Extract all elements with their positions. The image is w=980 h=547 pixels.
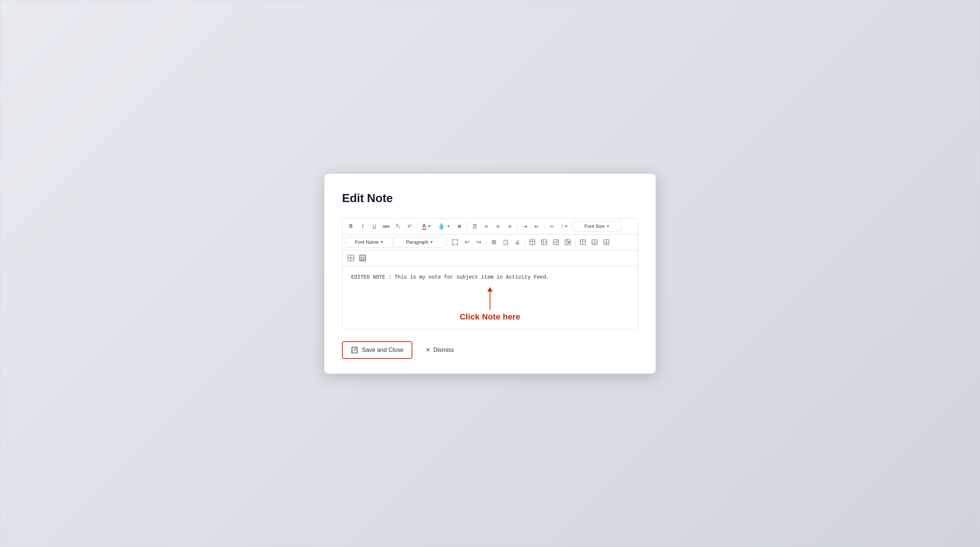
modal-footer: Save and Close ✕ Dismiss — [342, 341, 638, 359]
paragraph-select[interactable]: Paragraph ▼ — [394, 237, 445, 248]
modal-title: Edit Note — [342, 191, 638, 205]
font-name-chevron-icon: ▼ — [380, 240, 383, 244]
divider-6 — [447, 238, 448, 246]
row-delete-button[interactable] — [601, 237, 612, 248]
subscript-icon: X2 — [396, 223, 400, 229]
font-size-chevron-icon: ▼ — [606, 224, 610, 228]
undo-button[interactable]: ↩ — [461, 237, 473, 248]
save-label: Save and Close — [362, 347, 404, 353]
editor-body[interactable]: EDITED NOTE : This is my note for subjec… — [342, 266, 638, 329]
col-before-button[interactable] — [539, 237, 550, 248]
table-button[interactable]: ⊞ — [488, 237, 499, 248]
col-after-icon — [553, 239, 559, 245]
font-color-icon: A — [422, 223, 426, 230]
numbered-list-icon: ≔ — [549, 223, 554, 229]
indent-more-button[interactable]: ⇥ — [519, 221, 530, 232]
table-icon: ⊞ — [492, 239, 496, 245]
col-after-button[interactable] — [550, 237, 562, 248]
clear-format-button[interactable]: ✖ — [454, 221, 465, 232]
clear-format-icon: ✖ — [457, 223, 461, 229]
align-center-button[interactable]: ≡ — [481, 221, 492, 232]
font-name-label: Font Name — [355, 239, 379, 245]
annotation-arrow-line — [490, 291, 490, 310]
divider-7 — [486, 238, 486, 246]
edit-note-modal: Edit Note B I U abc — [325, 174, 655, 374]
divider-4 — [544, 222, 544, 231]
divider-3 — [517, 222, 518, 231]
bold-button[interactable]: B — [345, 221, 356, 232]
redo-button[interactable]: ↪ — [473, 237, 484, 248]
dismiss-label: Dismiss — [433, 347, 454, 353]
row-delete-icon — [603, 239, 609, 245]
dismiss-button[interactable]: ✕ Dismiss — [420, 342, 460, 358]
svg-rect-42 — [353, 347, 356, 349]
cell-props-icon — [348, 255, 354, 261]
table-insert-button[interactable] — [527, 237, 538, 248]
font-color-chevron-icon: ▼ — [427, 224, 431, 228]
rich-text-editor: B I U abc X2 X2 — [342, 218, 638, 329]
align-left-icon: ☰ — [473, 223, 477, 230]
font-color-button[interactable]: A ▼ — [419, 221, 434, 232]
indent-less-button[interactable]: ⇤ — [531, 221, 542, 232]
divider-5 — [571, 222, 571, 231]
font-size-select[interactable]: Font Size ▼ — [573, 221, 621, 232]
bullet-list-button[interactable]: ⋮≡ — [558, 221, 569, 232]
row-after-icon — [592, 239, 598, 245]
annotation-arrowhead — [487, 287, 493, 291]
align-right-button[interactable]: ≡ — [493, 221, 504, 232]
save-and-close-button[interactable]: Save and Close — [342, 341, 412, 359]
subscript-button[interactable]: X2 — [393, 221, 404, 232]
row-before-button[interactable] — [577, 237, 588, 248]
divider-8 — [525, 238, 525, 246]
col-delete-icon — [565, 239, 571, 245]
highlight-button[interactable]: 💧 ▼ — [435, 221, 453, 232]
font-name-select[interactable]: Font Name ▼ — [345, 237, 393, 248]
print-icon: 🖨 — [515, 239, 520, 245]
save-icon — [351, 347, 358, 354]
editor-content[interactable]: EDITED NOTE : This is my note for subjec… — [351, 274, 629, 281]
cell-props-button[interactable] — [345, 253, 356, 264]
col-delete-button[interactable] — [562, 237, 573, 248]
divider-2 — [467, 222, 467, 231]
align-justify-button[interactable]: ≡ — [504, 221, 515, 232]
paragraph-chevron-icon: ▼ — [430, 240, 433, 244]
strikethrough-button[interactable]: abc — [381, 221, 392, 232]
italic-button[interactable]: I — [357, 221, 368, 232]
align-right-icon: ≡ — [496, 223, 500, 229]
strikethrough-icon: abc — [382, 224, 390, 229]
print-button[interactable]: 🖨 — [512, 237, 523, 248]
undo-icon: ↩ — [465, 239, 469, 245]
toolbar-row-3 — [342, 250, 638, 266]
row-after-button[interactable] — [589, 237, 600, 248]
indent-more-icon: ⇥ — [523, 223, 527, 229]
toolbar-row-2: Font Name ▼ Paragraph ▼ ⛶ ↩ ↪ — [342, 234, 638, 250]
dismiss-x-icon: ✕ — [426, 347, 430, 353]
align-justify-icon: ≡ — [508, 223, 512, 229]
divider-9 — [575, 238, 576, 246]
underline-icon: U — [372, 223, 376, 229]
table-props-button[interactable] — [357, 253, 368, 264]
select-all-button[interactable]: ⛶ — [450, 237, 461, 248]
table-props-icon — [359, 255, 366, 261]
row-before-icon — [580, 239, 586, 245]
svg-rect-36 — [360, 255, 366, 261]
paragraph-label: Paragraph — [406, 239, 428, 245]
numbered-list-button[interactable]: ≔ — [546, 221, 557, 232]
bullet-list-icon: ⋮≡ — [560, 223, 568, 229]
align-left-button[interactable]: ☰ — [469, 221, 480, 232]
font-size-label: Font Size — [585, 223, 605, 229]
toolbar-row-1: B I U abc X2 X2 — [342, 219, 638, 234]
pdf-button[interactable]: 📋 — [500, 237, 511, 248]
superscript-icon: X2 — [407, 223, 412, 229]
annotation: Click Note here — [351, 287, 629, 322]
underline-button[interactable]: U — [369, 221, 380, 232]
svg-rect-13 — [565, 240, 570, 245]
redo-icon: ↪ — [476, 239, 481, 245]
highlight-icon: 💧 — [438, 223, 445, 230]
svg-rect-43 — [352, 350, 357, 353]
bold-icon: B — [349, 223, 352, 229]
superscript-button[interactable]: X2 — [404, 221, 415, 232]
table-insert-icon — [530, 239, 535, 245]
divider-1 — [417, 222, 417, 231]
highlight-chevron-icon: ▼ — [447, 224, 450, 228]
